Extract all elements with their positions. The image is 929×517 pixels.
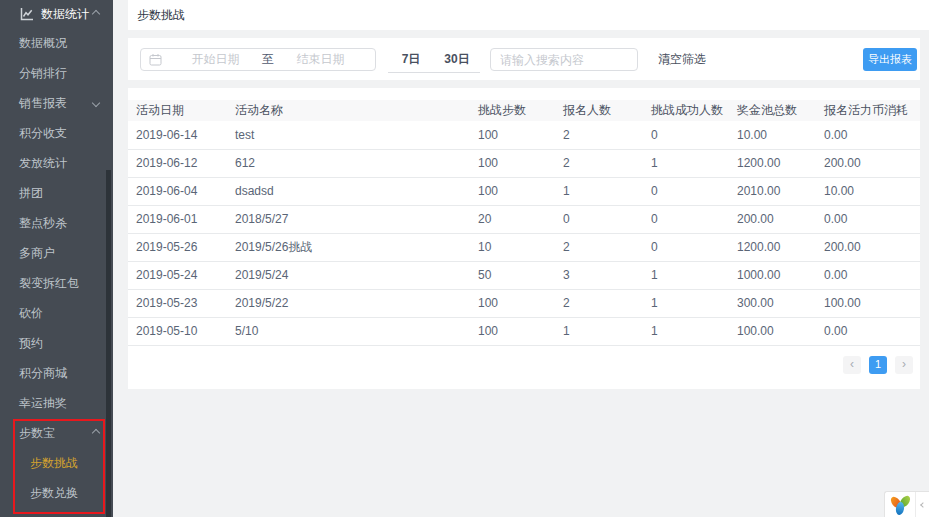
table-cell: 50 bbox=[470, 261, 555, 289]
table-cell: 1 bbox=[555, 177, 643, 205]
sidebar-item-flash-sale[interactable]: 整点秒杀 bbox=[0, 208, 113, 238]
sidebar-scrollbar[interactable] bbox=[106, 170, 111, 517]
export-report-button[interactable]: 导出报表 bbox=[863, 48, 917, 71]
end-date-field[interactable]: 结束日期 bbox=[274, 51, 367, 68]
chevron-down-icon bbox=[92, 99, 100, 107]
table-cell: 300.00 bbox=[729, 289, 816, 317]
clear-filters-button[interactable]: 清空筛选 bbox=[658, 38, 706, 80]
table-cell: 1200.00 bbox=[729, 233, 816, 261]
table-cell: 0.00 bbox=[816, 261, 920, 289]
chat-widget-button[interactable] bbox=[885, 492, 915, 517]
table-cell: 100 bbox=[470, 317, 555, 345]
search-input[interactable] bbox=[491, 53, 659, 67]
sidebar-item-label: 整点秒杀 bbox=[19, 215, 67, 232]
sidebar-item-label: 积分收支 bbox=[19, 125, 67, 142]
pagination-prev-button[interactable]: ‹ bbox=[843, 356, 861, 374]
table-cell: 2019-06-01 bbox=[128, 205, 227, 233]
search-box bbox=[490, 48, 638, 71]
table-cell: 100.00 bbox=[729, 317, 816, 345]
table-row: 2019-05-242019/5/2450311000.000.00 bbox=[128, 261, 920, 289]
column-header-0: 活动日期 bbox=[128, 100, 227, 121]
sidebar-item-label: 数据统计 bbox=[41, 6, 89, 23]
table-cell: 0.00 bbox=[816, 121, 920, 149]
table-header-row: 活动日期活动名称挑战步数报名人数挑战成功人数奖金池总数报名活力币消耗 bbox=[128, 100, 920, 121]
pagination-next-button[interactable]: › bbox=[895, 356, 913, 374]
table-cell: 1 bbox=[643, 317, 729, 345]
date-separator: 至 bbox=[262, 51, 274, 68]
table-cell: 1 bbox=[643, 261, 729, 289]
sidebar-item-label: 砍价 bbox=[19, 305, 43, 322]
table-cell: dsadsd bbox=[227, 177, 470, 205]
table-cell: 100 bbox=[470, 149, 555, 177]
sidebar-item-label: 裂变拆红包 bbox=[19, 275, 79, 292]
sidebar-item-points-mall[interactable]: 积分商城 bbox=[0, 358, 113, 388]
sidebar-item-reservation[interactable]: 预约 bbox=[0, 328, 113, 358]
sidebar-item-points-income-expense[interactable]: 积分收支 bbox=[0, 118, 113, 148]
column-header-1: 活动名称 bbox=[227, 100, 470, 121]
sidebar-item-label: 销售报表 bbox=[19, 95, 67, 112]
table-cell: 2019-05-23 bbox=[128, 289, 227, 317]
sidebar-item-bargain[interactable]: 砍价 bbox=[0, 298, 113, 328]
sidebar-item-data-statistics[interactable]: 数据统计 bbox=[0, 0, 113, 28]
table-cell: 2 bbox=[555, 289, 643, 317]
sidebar-item-label: 数据概况 bbox=[19, 35, 67, 52]
table-cell: 100.00 bbox=[816, 289, 920, 317]
date-range-picker[interactable]: 开始日期 至 结束日期 bbox=[140, 48, 376, 71]
table-cell: 200.00 bbox=[816, 149, 920, 177]
sidebar-item-step-treasure[interactable]: 步数宝 bbox=[0, 418, 113, 448]
filter-bar: 开始日期 至 结束日期 7日30日 清空筛选 导出报表 bbox=[128, 38, 920, 80]
table-cell: 1 bbox=[555, 317, 643, 345]
quick-range-group: 7日30日 bbox=[388, 48, 480, 73]
table-cell: 2019-05-26 bbox=[128, 233, 227, 261]
table-cell: 5/10 bbox=[227, 317, 470, 345]
table-cell: 2019-05-10 bbox=[128, 317, 227, 345]
calendar-icon bbox=[149, 53, 162, 66]
sidebar-item-sales-report[interactable]: 销售报表 bbox=[0, 88, 113, 118]
sidebar-item-step-exchange[interactable]: 步数兑换 bbox=[0, 478, 113, 508]
table-cell: 2019-06-12 bbox=[128, 149, 227, 177]
table-row: 2019-06-14test1002010.000.00 bbox=[128, 121, 920, 149]
table-cell: 200.00 bbox=[729, 205, 816, 233]
sidebar: 数据统计数据概况分销排行销售报表积分收支发放统计拼团整点秒杀多商户裂变拆红包砍价… bbox=[0, 0, 113, 517]
column-header-3: 报名人数 bbox=[555, 100, 643, 121]
line-chart-icon bbox=[20, 7, 34, 21]
sidebar-item-step-challenge[interactable]: 步数挑战 bbox=[0, 448, 113, 478]
table-cell: 100 bbox=[470, 121, 555, 149]
sidebar-item-multi-merchant[interactable]: 多商户 bbox=[0, 238, 113, 268]
table-cell: 2010.00 bbox=[729, 177, 816, 205]
table-cell: 0 bbox=[643, 233, 729, 261]
table-cell: 1 bbox=[643, 149, 729, 177]
table-cell: 0 bbox=[643, 205, 729, 233]
table-cell: 0.00 bbox=[816, 317, 920, 345]
sidebar-item-issuance-statistics[interactable]: 发放统计 bbox=[0, 148, 113, 178]
quick-range-30d-button[interactable]: 30日 bbox=[434, 48, 480, 72]
sidebar-item-lucky-draw[interactable]: 幸运抽奖 bbox=[0, 388, 113, 418]
table-row: 2019-05-105/1010011100.000.00 bbox=[128, 317, 920, 345]
table-cell: 0 bbox=[643, 177, 729, 205]
chevron-up-icon bbox=[92, 10, 100, 18]
chevron-up-icon bbox=[92, 429, 100, 437]
column-header-2: 挑战步数 bbox=[470, 100, 555, 121]
sidebar-item-label: 发放统计 bbox=[19, 155, 67, 172]
table-cell: 2019-06-14 bbox=[128, 121, 227, 149]
table-cell: 0 bbox=[555, 205, 643, 233]
sidebar-item-group-buying[interactable]: 拼团 bbox=[0, 178, 113, 208]
table-cell: 1000.00 bbox=[729, 261, 816, 289]
chat-widget-collapse-button[interactable] bbox=[915, 492, 929, 517]
sidebar-item-distribution-ranking[interactable]: 分销排行 bbox=[0, 58, 113, 88]
table-cell: 1200.00 bbox=[729, 149, 816, 177]
sidebar-item-label: 幸运抽奖 bbox=[19, 395, 67, 412]
quick-range-7d-button[interactable]: 7日 bbox=[388, 48, 434, 72]
table-cell: 0 bbox=[643, 121, 729, 149]
table-cell: 10.00 bbox=[816, 177, 920, 205]
start-date-field[interactable]: 开始日期 bbox=[169, 51, 262, 68]
sidebar-item-data-overview[interactable]: 数据概况 bbox=[0, 28, 113, 58]
table-cell: 200.00 bbox=[816, 233, 920, 261]
sidebar-item-split-red-packet[interactable]: 裂变拆红包 bbox=[0, 268, 113, 298]
table-cell: 2 bbox=[555, 121, 643, 149]
sidebar-item-label: 分销排行 bbox=[19, 65, 67, 82]
table-cell: test bbox=[227, 121, 470, 149]
table-cell: 100 bbox=[470, 177, 555, 205]
sidebar-menu: 数据统计数据概况分销排行销售报表积分收支发放统计拼团整点秒杀多商户裂变拆红包砍价… bbox=[0, 0, 113, 508]
pagination-page-1[interactable]: 1 bbox=[869, 356, 887, 374]
